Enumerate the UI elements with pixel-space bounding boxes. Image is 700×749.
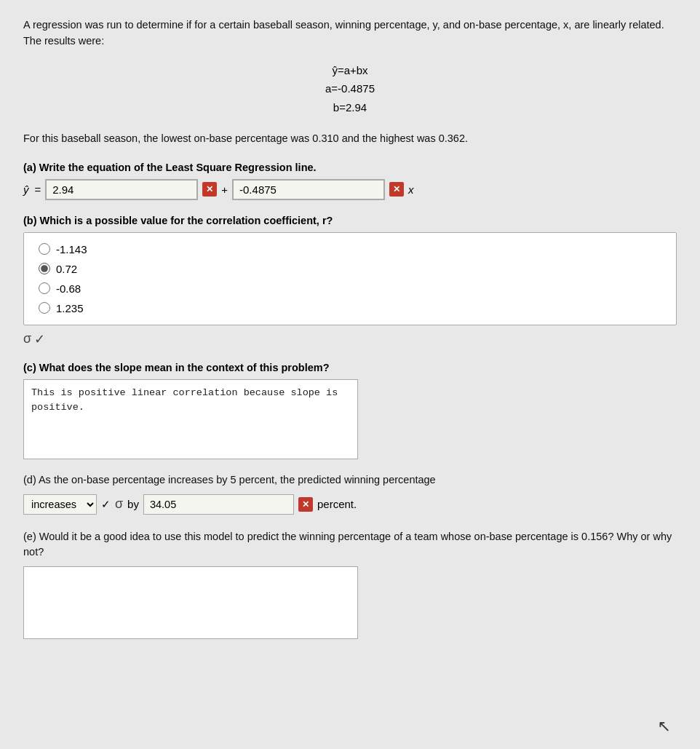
part-c-textarea[interactable]: This is positive linear correlation beca… [23,379,358,459]
part-a-clear1-button[interactable]: ✕ [202,182,217,197]
intro-text: A regression was run to determine if for… [23,17,677,49]
x-variable: x [408,183,414,196]
formula-line3: b=2.94 [23,98,677,117]
radio-option-3[interactable]: -0.68 [39,282,661,295]
radio-input-3[interactable] [39,282,50,294]
by-label: by [127,498,139,510]
plus-sign: + [221,183,228,196]
formula-line2: a=-0.4875 [23,79,677,98]
select-check-icon: ✓ [101,498,111,511]
main-page: A regression was run to determine if for… [0,0,700,749]
percent-label: percent. [317,498,357,510]
part-d-sigma-icon: σ [115,496,123,512]
radio-option-4[interactable]: 1.235 [39,302,661,314]
part-b-radio-box: -1.143 0.72 -0.68 1.235 [23,232,677,325]
radio-label-4: 1.235 [56,302,84,314]
radio-option-2[interactable]: 0.72 [39,263,661,275]
radio-input-4[interactable] [39,302,50,314]
part-d-input[interactable] [143,494,294,515]
part-d-clear-button[interactable]: ✕ [298,497,313,512]
radio-label-1: -1.143 [56,243,87,255]
radio-label-2: 0.72 [56,263,77,275]
yhat-label: ŷ [23,183,29,196]
part-a-equation: ŷ = ✕ + ✕ x [23,179,677,200]
context-text: For this baseball season, the lowest on-… [23,131,677,147]
radio-input-2[interactable] [39,263,50,274]
part-a-input2[interactable] [232,179,385,200]
check-icon: ✓ [34,331,45,347]
part-a-clear2-button[interactable]: ✕ [389,182,404,197]
radio-option-1[interactable]: -1.143 [39,243,661,255]
formula-line1: ŷ=a+bx [23,61,677,80]
equals-sign: = [35,183,41,196]
part-d-select[interactable]: increases decreases [23,494,97,515]
part-d-label: (d) As the on-base percentage increases … [23,472,677,488]
part-d-row: increases decreases ✓ σ by ✕ percent. [23,494,677,515]
part-a-input1[interactable] [45,179,198,200]
part-b-label: (b) Which is a possible value for the co… [23,215,677,226]
radio-label-3: -0.68 [56,282,81,295]
part-b-check-row: σ ✓ [23,331,677,347]
part-e-textarea[interactable] [23,566,358,639]
radio-input-1[interactable] [39,243,50,255]
part-a-label: (a) Write the equation of the Least Squa… [23,162,677,173]
part-c-label: (c) What does the slope mean in the cont… [23,362,677,373]
cursor-arrow-icon: ↗ [658,717,671,736]
formula-block: ŷ=a+bx a=-0.4875 b=2.94 [23,61,677,117]
sigma-icon: σ [23,331,31,346]
part-e-label: (e) Would it be a good idea to use this … [23,529,677,561]
